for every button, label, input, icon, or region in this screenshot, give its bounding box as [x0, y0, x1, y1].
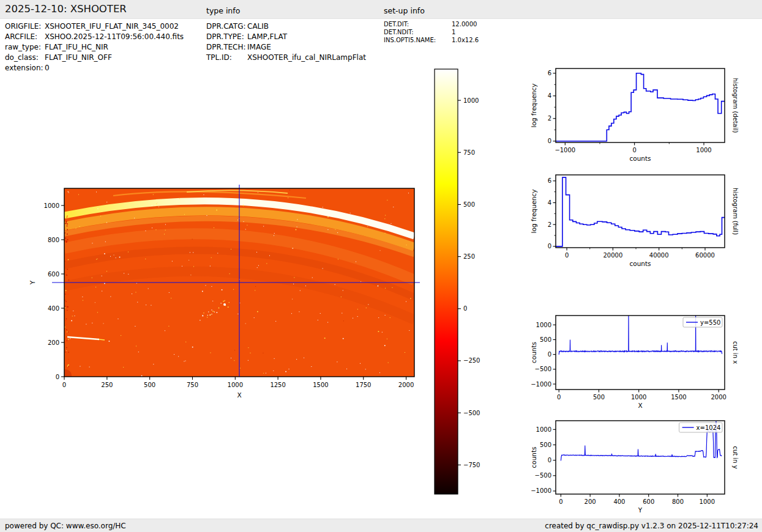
image-x-axis-label: X	[237, 391, 241, 399]
detector-image: 025050075010001250150017502000X020040060…	[24, 171, 456, 410]
x-tick-label: 1000	[631, 394, 646, 401]
x-tick-label: 40000	[649, 252, 669, 259]
page-title: 2025-12-10: XSHOOTER	[5, 3, 127, 15]
x-axis: −100001000	[555, 142, 711, 153]
field-value: FLAT_IFU_NIR_OFF	[45, 53, 112, 62]
y-tick-label: −1000	[531, 381, 551, 388]
x-tick-label: 1750	[356, 382, 371, 388]
y-tick-label: 0	[56, 374, 59, 380]
side-label: histogram (detail)	[732, 78, 739, 133]
legend-label: y=550	[700, 319, 720, 326]
legend-label: x=1024	[697, 424, 721, 431]
y-tick-label: 1000	[44, 202, 59, 209]
field-label: extension:	[5, 64, 43, 72]
x-tick-label: 0	[559, 498, 562, 505]
x-tick-label: 750	[187, 382, 198, 388]
x-tick-label: 800	[672, 498, 684, 505]
x-tick-label: 200	[585, 498, 596, 505]
colorbar-tick-label: −500	[463, 410, 480, 416]
y-axis-label: counts	[530, 342, 537, 363]
field-label: raw_type:	[5, 43, 41, 51]
x-tick-label: 500	[593, 394, 605, 401]
x-axis: 02004006008001000	[559, 494, 715, 505]
side-label: cut in y	[732, 446, 739, 468]
field-label: ORIGFILE:	[5, 22, 41, 31]
field-label: DPR.CATG:	[206, 22, 246, 31]
field-value: 1	[452, 29, 455, 35]
colorbar-tick-label: 0	[463, 305, 467, 312]
field-value: FLAT_IFU_HC_NIR	[45, 43, 108, 51]
image-x-axis: 025050075010001250150017502000	[62, 377, 414, 388]
field-value: CALIB	[247, 22, 269, 31]
y-tick-label: 2	[548, 221, 551, 228]
type-info-heading: type info	[206, 6, 240, 15]
setup-info-heading: set-up info	[384, 6, 425, 15]
field-value: 12.0000	[452, 21, 477, 28]
x-tick-label: 1000	[228, 382, 243, 388]
footer-powered-by: powered by QC: www.eso.org/HC	[5, 522, 126, 530]
field-value: XSHOOTER_ifu_cal_NIRLampFlat	[247, 53, 366, 62]
cut-in-x-plot: 0500100015002000−1000−50005001000Xcounts…	[522, 304, 750, 413]
x-tick-label: 60000	[695, 252, 715, 259]
x-tick-label: −1000	[555, 147, 575, 153]
x-tick-label: 1000	[696, 147, 711, 153]
x-tick-label: 1000	[700, 498, 715, 505]
side-label: histogram (full)	[732, 188, 739, 235]
x-tick-label: 400	[613, 498, 625, 505]
y-axis: 0246	[548, 177, 556, 249]
y-tick-label: 500	[540, 441, 551, 448]
legend: y=550	[683, 317, 722, 327]
y-tick-label: 400	[48, 305, 59, 312]
colorbar-tick-label: 750	[463, 149, 475, 156]
field-value: 1.0x12.6	[452, 37, 479, 43]
y-tick-label: 800	[48, 237, 59, 243]
field-label: TPL.ID:	[206, 53, 232, 62]
x-tick-label: 250	[101, 382, 113, 388]
y-tick-label: 1000	[536, 426, 551, 433]
colorbar-ticks: 10007505002500−250−500−750	[458, 97, 480, 468]
x-tick-label: 1500	[313, 382, 328, 388]
x-axis-label: X	[638, 402, 642, 409]
field-label: ARCFILE:	[5, 32, 37, 41]
y-tick-label: 4	[548, 92, 551, 99]
cut-in-y-plot: 02004006008001000−1000−50005001000Ycount…	[522, 409, 750, 518]
x-tick-label: 1500	[671, 394, 686, 401]
y-axis: 0246	[548, 70, 556, 144]
x-tick-label: 0	[557, 394, 561, 401]
x-tick-label: 2000	[398, 382, 414, 388]
footer-created-by: created by qc_rawdisp.py v1.2.3 on 2025-…	[545, 522, 758, 530]
y-axis-label: log frequency	[530, 189, 537, 233]
field-value: IMAGE	[247, 43, 271, 51]
x-axis-label: counts	[629, 155, 651, 162]
y-tick-label: −500	[535, 472, 551, 479]
field-label: INS.OPTI5.NAME:	[384, 37, 436, 43]
x-tick-label: 1250	[270, 382, 285, 388]
field-value: 0	[45, 64, 50, 72]
y-tick-label: 500	[540, 336, 551, 343]
axes-box	[556, 68, 725, 142]
field-value: XSHOO.2025-12-11T09:56:00.440.fits	[45, 32, 184, 41]
header-bar: 2025-12-10: XSHOOTER type info set-up in…	[0, 0, 762, 19]
detector-pixels	[59, 188, 415, 382]
colorbar-tick-label: −250	[463, 357, 480, 364]
y-tick-label: 0	[548, 457, 551, 464]
colorbar-tick-label: 250	[463, 253, 475, 260]
y-tick-label: 0	[548, 243, 551, 249]
axes-box	[556, 175, 725, 248]
x-tick-label: 0	[632, 147, 636, 153]
side-label: cut in x	[732, 341, 739, 364]
qc-report-page: 2025-12-10: XSHOOTER type info set-up in…	[0, 0, 762, 532]
y-tick-label: 1000	[536, 322, 551, 328]
field-label: do_class:	[5, 53, 39, 62]
image-y-axis: 02004006008001000	[44, 202, 64, 380]
y-tick-label: 0	[548, 351, 551, 358]
y-tick-label: 2	[548, 115, 551, 122]
x-axis: 0500100015002000	[557, 390, 727, 401]
x-axis-label: Y	[638, 506, 643, 514]
y-tick-label: −1000	[531, 487, 551, 494]
y-tick-label: 600	[48, 271, 59, 278]
histogram-detail-plot: −1000010000246countslog frequencyhistogr…	[522, 57, 750, 168]
x-tick-label: 0	[565, 252, 569, 259]
colorbar-tick-label: 1000	[463, 97, 479, 104]
footer-bar: powered by QC: www.eso.org/HC created by…	[0, 519, 762, 532]
